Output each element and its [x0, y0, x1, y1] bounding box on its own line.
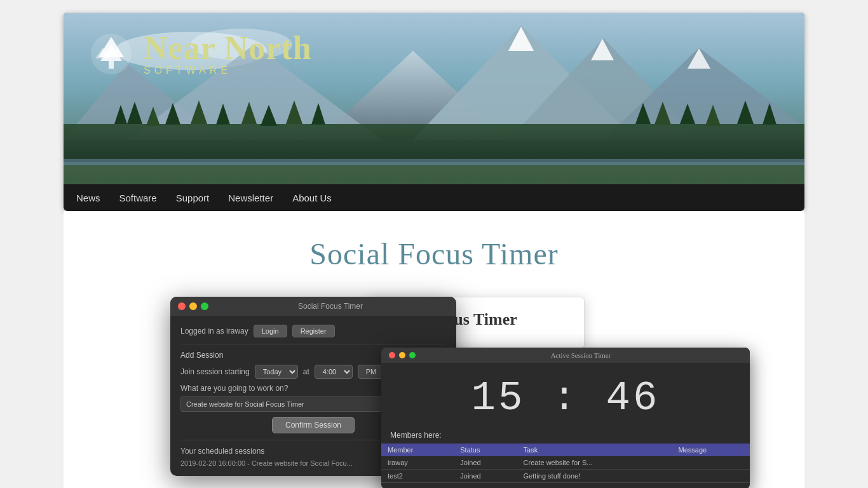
- ast-minimize-btn[interactable]: [399, 352, 405, 358]
- join-label: Join session starting: [180, 367, 250, 376]
- logo-text: Near North SOFTWARE: [144, 32, 312, 76]
- ast-maximize-btn[interactable]: [409, 352, 416, 358]
- col-message: Message: [672, 444, 750, 456]
- register-button[interactable]: Register: [292, 325, 335, 337]
- member-message-1: [672, 456, 750, 470]
- members-header: Members here:: [381, 431, 750, 444]
- member-status-2: Joined: [454, 470, 517, 483]
- logo-area: Near North SOFTWARE: [89, 32, 312, 76]
- logo-tree-icon: [89, 32, 133, 76]
- window-title: Social Focus Timer: [212, 302, 449, 311]
- logo-title: Near North: [144, 32, 312, 65]
- logo-subtitle: SOFTWARE: [144, 65, 312, 76]
- member-name-1: iraway: [381, 456, 454, 470]
- active-session-window: Active Session Timer 15 : 46 Members her…: [381, 348, 750, 488]
- nav-item-newsletter[interactable]: Newsletter: [228, 190, 273, 206]
- header-wrapper: Near North SOFTWARE News Software Suppor…: [64, 13, 804, 211]
- nav-item-about[interactable]: About Us: [292, 190, 332, 206]
- maximize-btn[interactable]: [201, 302, 208, 310]
- member-task-1: Create website for S...: [517, 456, 672, 470]
- svg-rect-12: [64, 124, 804, 162]
- divider-1: [180, 344, 446, 344]
- at-label: at: [303, 367, 309, 376]
- svg-rect-34: [109, 61, 114, 69]
- col-task: Task: [517, 444, 672, 456]
- minimize-btn[interactable]: [189, 302, 197, 310]
- table-header-row: Member Status Task Message: [381, 444, 750, 456]
- ast-close-btn[interactable]: [389, 352, 395, 358]
- table-row: test2 Joined Getting stuff done!: [381, 470, 750, 483]
- page-title: Social Focus Timer: [76, 236, 792, 271]
- timer-display: 15 : 46: [381, 369, 750, 431]
- member-message-2: [672, 470, 750, 483]
- banner: Near North SOFTWARE: [64, 13, 804, 184]
- col-status: Status: [454, 444, 517, 456]
- member-status-1: Joined: [454, 456, 517, 470]
- table-row: iraway Joined Create website for S...: [381, 456, 750, 470]
- main-titlebar: Social Focus Timer: [170, 297, 456, 316]
- day-select[interactable]: Today: [255, 365, 298, 379]
- svg-rect-30: [64, 165, 804, 184]
- time-select[interactable]: 4:00: [315, 365, 353, 379]
- confirm-session-button[interactable]: Confirm Session: [272, 417, 355, 433]
- main-content: Social Focus Timer Social Focus Timer Lo…: [64, 211, 804, 488]
- login-row: Logged in as iraway Login Register: [180, 325, 446, 337]
- active-body: 15 : 46 Members here: Member Status Task…: [381, 363, 750, 488]
- active-window-title: Active Session Timer: [419, 351, 742, 359]
- nav-item-news[interactable]: News: [76, 190, 100, 206]
- nav-item-support[interactable]: Support: [176, 190, 210, 206]
- active-titlebar: Active Session Timer: [381, 348, 750, 363]
- app-screenshot: Social Focus Timer Logged in as iraway L…: [76, 297, 792, 487]
- member-task-2: Getting stuff done!: [517, 470, 672, 483]
- nav-item-software[interactable]: Software: [119, 190, 157, 206]
- login-button[interactable]: Login: [254, 325, 287, 337]
- close-btn[interactable]: [178, 302, 186, 310]
- col-member: Member: [381, 444, 454, 456]
- logged-in-label: Logged in as iraway: [180, 327, 248, 336]
- member-name-2: test2: [381, 470, 454, 483]
- navbar: News Software Support Newsletter About U…: [64, 184, 804, 211]
- members-table: Member Status Task Message iraway Joined…: [381, 444, 750, 483]
